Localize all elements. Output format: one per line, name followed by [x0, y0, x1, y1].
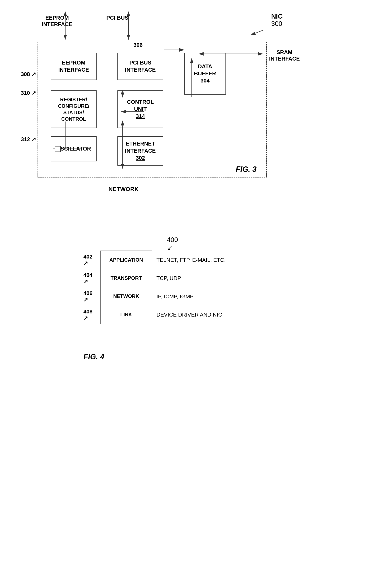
nic-number: 300 — [271, 20, 282, 28]
oscillator-block: OSCILLATOR — [51, 136, 96, 161]
transport-layer-row: 404 ↗ TRANSPORT TCP, UDP — [83, 269, 271, 288]
nic-label: NIC — [271, 13, 283, 20]
application-desc: TELNET, FTP, E-MAIL, ETC. — [152, 251, 226, 269]
label-306: 306 — [133, 42, 142, 48]
network-desc: IP, ICMP, IGMP — [152, 287, 194, 306]
register-block: REGISTER/CONFIGURE/STATUS/CONTROL — [51, 90, 96, 128]
fig4-caption: FIG. 4 — [83, 353, 104, 361]
network-label-num: 406 ↗ — [83, 287, 100, 306]
application-label-num: 402 ↗ — [83, 251, 100, 269]
pci-bus-interface-block: PCI BUSINTERFACE — [117, 53, 163, 80]
control-unit-block: CONTROLUNIT314 — [117, 90, 163, 128]
page: EEPROMINTERFACE PCI BUS NIC 300 EEPROMIN… — [0, 0, 379, 588]
ethernet-interface-block: ETHERNETINTERFACE302 — [117, 136, 163, 166]
network-box: NETWORK — [100, 287, 152, 306]
label-310: 310 ↗ — [21, 90, 36, 96]
link-desc: DEVICE DRIVER AND NIC — [152, 305, 222, 324]
link-layer-row: 408 ↗ LINK DEVICE DRIVER AND NIC — [83, 305, 271, 324]
ext-pci-label: PCI BUS — [106, 15, 128, 21]
ext-eeprom-label: EEPROMINTERFACE — [42, 15, 72, 28]
protocol-stack: 402 ↗ APPLICATION TELNET, FTP, E-MAIL, E… — [83, 251, 271, 324]
fig3-diagram: EEPROMINTERFACE PCI BUS NIC 300 EEPROMIN… — [17, 8, 361, 196]
fig4-diagram: 400↙ 402 ↗ APPLICATION TELNET, FTP, E-MA… — [42, 230, 334, 365]
eeprom-interface-block: EEPROMINTERFACE — [51, 53, 96, 80]
sram-interface-label: SRAMINTERFACE — [269, 49, 300, 62]
label-312: 312 ↗ — [21, 136, 36, 143]
transport-desc: TCP, UDP — [152, 269, 181, 288]
fig4-number: 400↙ — [167, 236, 178, 252]
link-box: LINK — [100, 305, 152, 324]
link-label-num: 408 ↗ — [83, 305, 100, 324]
transport-label-num: 404 ↗ — [83, 269, 100, 288]
network-layer-row: 406 ↗ NETWORK IP, ICMP, IGMP — [83, 287, 271, 306]
network-label: NETWORK — [109, 186, 139, 193]
nic-box: EEPROMINTERFACE PCI BUSINTERFACE DATABUF… — [38, 42, 267, 178]
transport-box: TRANSPORT — [100, 269, 152, 288]
fig3-caption: FIG. 3 — [236, 165, 256, 174]
label-308: 308 ↗ — [21, 71, 36, 77]
application-layer-row: 402 ↗ APPLICATION TELNET, FTP, E-MAIL, E… — [83, 251, 271, 269]
svg-line-18 — [251, 30, 263, 35]
data-buffer-block: DATABUFFER304 — [184, 53, 226, 95]
application-box: APPLICATION — [100, 251, 152, 269]
